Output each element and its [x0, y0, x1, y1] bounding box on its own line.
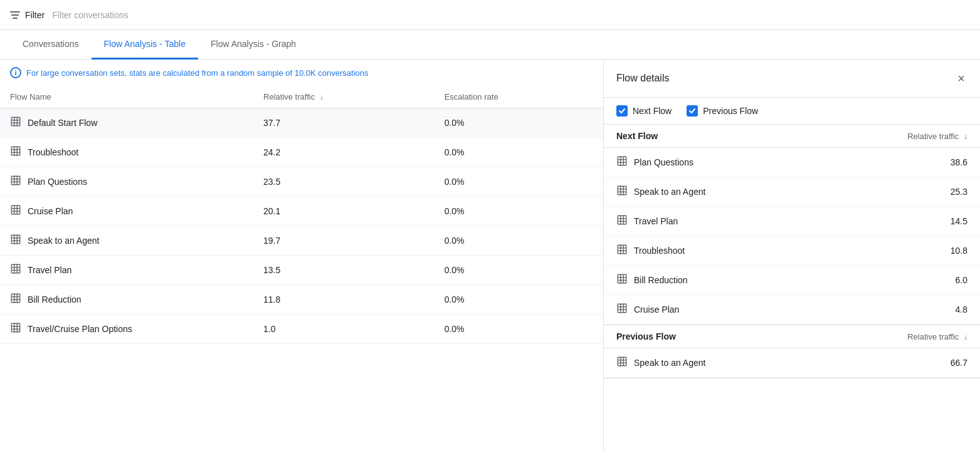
next-flow-table-icon [616, 303, 628, 316]
next-flow-checkbox[interactable] [616, 105, 628, 117]
table-row[interactable]: Speak to an Agent 19.7 0.0% [0, 226, 603, 256]
right-panel: Flow details × Next Flow Previous F [604, 60, 980, 452]
table-row[interactable]: Travel Plan 13.5 0.0% [0, 256, 603, 285]
svg-rect-40 [618, 157, 626, 165]
previous-flow-name-cell: Speak to an Agent [604, 348, 848, 378]
flow-table: Flow Name Relative traffic ↓ Escalation … [0, 86, 603, 344]
relative-traffic-cell: 37.7 [253, 108, 435, 138]
svg-rect-5 [11, 147, 20, 155]
next-flow-label: Next Flow [633, 106, 672, 116]
flow-name: Travel/Cruise Plan Options [28, 324, 132, 334]
table-row[interactable]: Travel/Cruise Plan Options 1.0 0.0% [0, 315, 603, 344]
svg-rect-45 [618, 186, 626, 195]
col-header-relative-traffic[interactable]: Relative traffic ↓ [253, 86, 435, 108]
table-row[interactable]: Bill Reduction 11.8 0.0% [0, 285, 603, 315]
next-flow-name-cell: Plan Questions [604, 148, 848, 177]
previous-flow-table: Previous Flow Relative traffic ↓ [604, 325, 980, 378]
panel-title: Flow details [616, 73, 669, 84]
checkbox-next-flow[interactable]: Next Flow [616, 105, 672, 117]
next-flow-name: Travel Plan [634, 216, 678, 226]
previous-flow-checkbox[interactable] [687, 105, 698, 117]
previous-flow-row[interactable]: Speak to an Agent 66.7 [604, 348, 980, 378]
relative-traffic-cell: 23.5 [253, 167, 435, 197]
checkboxes-row: Next Flow Previous Flow [604, 98, 980, 125]
next-flow-col-traffic[interactable]: Relative traffic ↓ [848, 125, 980, 148]
table-row[interactable]: Plan Questions 23.5 0.0% [0, 167, 603, 197]
tab-conversations[interactable]: Conversations [10, 30, 92, 60]
sort-arrow-icon: ↓ [320, 93, 324, 102]
next-flow-traffic-cell: 10.8 [848, 236, 980, 266]
next-flow-table-icon [616, 214, 628, 228]
svg-rect-55 [618, 245, 626, 254]
previous-flow-traffic-cell: 66.7 [848, 348, 980, 378]
flow-name: Plan Questions [28, 177, 87, 187]
next-flow-table-icon [616, 273, 628, 287]
next-flow-name: Plan Questions [634, 157, 693, 167]
escalation-rate-cell: 0.0% [435, 167, 603, 197]
flow-name-cell: Plan Questions [0, 167, 253, 197]
flow-table-icon [10, 145, 21, 159]
svg-rect-20 [11, 235, 20, 244]
next-flow-table-icon [616, 185, 628, 199]
flow-table-icon [10, 116, 21, 130]
next-flow-name-cell: Speak to an Agent [604, 177, 848, 207]
table-row[interactable]: Troubleshoot 24.2 0.0% [0, 138, 603, 167]
tab-flow-analysis-graph[interactable]: Flow Analysis - Graph [198, 30, 308, 60]
svg-rect-35 [11, 323, 20, 332]
svg-rect-50 [618, 216, 626, 224]
tab-flow-analysis-table[interactable]: Flow Analysis - Table [92, 30, 198, 60]
next-flow-row[interactable]: Travel Plan 14.5 [604, 207, 980, 236]
next-flow-row[interactable]: Speak to an Agent 25.3 [604, 177, 980, 207]
filter-icon[interactable] [10, 11, 20, 19]
next-flow-name: Troubleshoot [634, 246, 685, 256]
relative-traffic-cell: 1.0 [253, 315, 435, 344]
escalation-rate-cell: 0.0% [435, 226, 603, 256]
checkbox-previous-flow[interactable]: Previous Flow [687, 105, 758, 117]
flow-name: Travel Plan [28, 265, 71, 275]
next-flow-name-cell: Cruise Plan [604, 295, 848, 325]
previous-flow-col-traffic[interactable]: Relative traffic ↓ [848, 325, 980, 348]
flow-name-cell: Bill Reduction [0, 285, 253, 315]
svg-rect-60 [618, 274, 626, 283]
next-flow-section: Next Flow Relative traffic ↓ P [604, 125, 980, 325]
relative-traffic-cell: 13.5 [253, 256, 435, 285]
flow-name: Speak to an Agent [28, 236, 99, 246]
filter-bar: Filter Filter conversations [0, 0, 980, 30]
flow-table-icon [10, 322, 21, 336]
flow-name: Troubleshoot [28, 147, 78, 157]
flow-name-cell: Troubleshoot [0, 138, 253, 167]
table-row[interactable]: Default Start Flow 37.7 0.0% [0, 108, 603, 138]
next-flow-table-icon [616, 155, 628, 169]
next-flow-traffic-cell: 38.6 [848, 148, 980, 177]
info-icon: i [10, 67, 21, 78]
next-flow-table: Next Flow Relative traffic ↓ P [604, 125, 980, 325]
col-header-escalation-rate: Escalation rate [435, 86, 603, 108]
table-row[interactable]: Cruise Plan 20.1 0.0% [0, 197, 603, 226]
previous-flow-label: Previous Flow [703, 106, 758, 116]
flow-name: Default Start Flow [28, 118, 97, 128]
next-flow-row[interactable]: Cruise Plan 4.8 [604, 295, 980, 325]
flow-name-cell: Speak to an Agent [0, 226, 253, 256]
next-flow-name-cell: Bill Reduction [604, 266, 848, 295]
next-flow-row[interactable]: Troubleshoot 10.8 [604, 236, 980, 266]
col-header-flow-name: Flow Name [0, 86, 253, 108]
previous-flow-sort-icon: ↓ [964, 333, 967, 341]
svg-rect-0 [11, 117, 20, 126]
close-button[interactable]: × [955, 70, 967, 87]
escalation-rate-cell: 0.0% [435, 108, 603, 138]
left-panel: i For large conversation sets, stats are… [0, 60, 604, 452]
filter-placeholder[interactable]: Filter conversations [52, 10, 128, 20]
next-flow-row[interactable]: Plan Questions 38.6 [604, 148, 980, 177]
next-flow-sort-icon: ↓ [964, 132, 967, 141]
next-flow-name: Speak to an Agent [634, 187, 705, 197]
next-flow-name-cell: Travel Plan [604, 207, 848, 236]
next-flow-traffic-cell: 14.5 [848, 207, 980, 236]
next-flow-row[interactable]: Bill Reduction 6.0 [604, 266, 980, 295]
flow-name-cell: Cruise Plan [0, 197, 253, 226]
flow-name-cell: Default Start Flow [0, 108, 253, 138]
escalation-rate-cell: 0.0% [435, 138, 603, 167]
svg-rect-15 [11, 206, 20, 214]
flow-table-icon [10, 175, 21, 189]
relative-traffic-cell: 11.8 [253, 285, 435, 315]
filter-label: Filter [25, 10, 45, 20]
